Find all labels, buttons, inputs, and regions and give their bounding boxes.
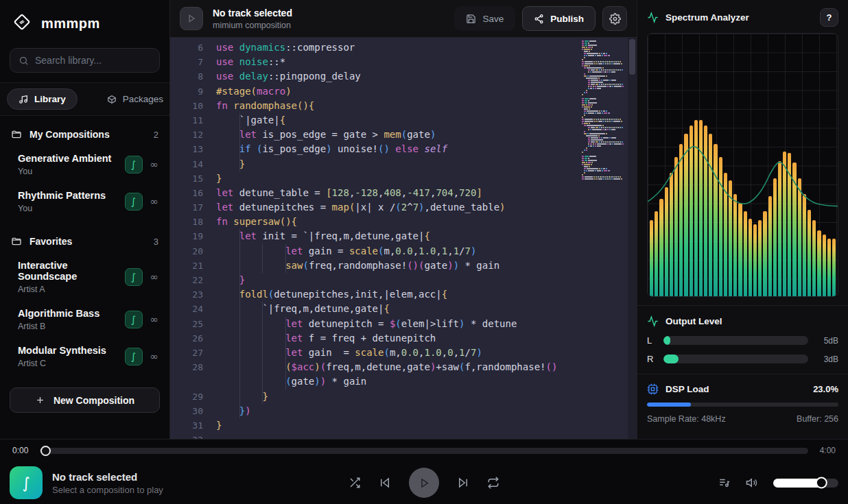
code-line: 30}) bbox=[170, 404, 617, 418]
queue-icon bbox=[718, 477, 731, 489]
composition-item[interactable]: Modular SynthesisArtist C∫∞ bbox=[0, 338, 169, 375]
player-controls-row: ∫ No track selected Select a composition… bbox=[0, 461, 848, 504]
sidebar: mmmpm Library Packages My Compositions2G… bbox=[0, 0, 170, 439]
indent-guide bbox=[285, 374, 286, 389]
track-subtitle: mimium composition bbox=[213, 21, 292, 30]
indent-guide bbox=[239, 259, 240, 273]
sample-rate: Sample Rate: 48kHz bbox=[647, 414, 726, 424]
composition-item[interactable]: Rhythmic PatternsYou∫∞ bbox=[0, 183, 169, 220]
seek-handle[interactable] bbox=[40, 446, 51, 456]
code-line: 12let is_pos_edge = gate > mem(gate) bbox=[170, 128, 617, 142]
analysis-panel: Spectrum Analyzer ? Output Level L5dBR3d… bbox=[637, 0, 848, 439]
repeat-button[interactable] bbox=[487, 477, 499, 489]
code-line: 27let gain = scale(m,0.0,1.0,0,1/7) bbox=[170, 346, 617, 360]
code-line: 28($acc)(freq,m,detune,gate)+saw(f,rando… bbox=[170, 360, 617, 374]
indent-guide bbox=[262, 259, 263, 273]
next-track-button[interactable] bbox=[457, 477, 469, 489]
speaker-icon bbox=[746, 477, 758, 489]
gear-icon bbox=[609, 13, 621, 25]
tab-packages[interactable]: Packages bbox=[95, 88, 170, 110]
play-icon bbox=[419, 477, 430, 489]
dsp-load-value: 23.0% bbox=[813, 384, 838, 394]
code-line: 7use noise::* bbox=[170, 55, 617, 69]
line-number: 30 bbox=[170, 404, 203, 418]
sidebar-sections: My Compositions2Generative AmbientYou∫∞R… bbox=[0, 116, 169, 387]
indent-guide bbox=[239, 157, 240, 171]
code-line: 16let detune_table = [128,-128,408,-417,… bbox=[170, 186, 617, 200]
indent-guide bbox=[239, 229, 240, 243]
search-input[interactable] bbox=[35, 55, 151, 66]
line-number: 16 bbox=[170, 186, 203, 200]
line-number: 31 bbox=[170, 418, 203, 433]
line-number: 29 bbox=[170, 389, 203, 404]
search-icon bbox=[19, 56, 29, 66]
editor-scrollbar-thumb[interactable] bbox=[629, 39, 635, 75]
composition-item[interactable]: Algorithmic BassArtist B∫∞ bbox=[0, 301, 169, 338]
now-playing-tile[interactable]: ∫ bbox=[10, 466, 43, 499]
seek-slider[interactable] bbox=[40, 446, 808, 456]
composition-item[interactable]: Generative AmbientYou∫∞ bbox=[0, 146, 169, 183]
main-area: No track selected mimium composition Sav… bbox=[170, 0, 637, 439]
indent-guide bbox=[285, 331, 286, 346]
composition-info: Interactive SoundscapeArtist A bbox=[18, 260, 125, 294]
previous-track-button[interactable] bbox=[379, 477, 391, 489]
composition-title: Interactive Soundscape bbox=[18, 260, 125, 282]
composition-info: Algorithmic BassArtist B bbox=[18, 308, 125, 331]
shuffle-icon bbox=[349, 477, 361, 489]
indent-guide bbox=[239, 244, 240, 259]
editor-minimap[interactable] bbox=[582, 40, 626, 180]
line-number: 13 bbox=[170, 142, 203, 156]
save-label: Save bbox=[482, 14, 504, 24]
composition-item[interactable]: Interactive SoundscapeArtist A∫∞ bbox=[0, 253, 169, 301]
section-header: Favorites3 bbox=[0, 228, 169, 253]
indent-guide bbox=[262, 374, 263, 389]
dsp-load-fill bbox=[647, 403, 691, 407]
indent-guide bbox=[239, 331, 240, 346]
line-number: 8 bbox=[170, 69, 203, 84]
mimium-badge-icon: ∫ bbox=[125, 156, 143, 173]
new-composition-button[interactable]: New Composition bbox=[10, 387, 160, 413]
editor-scrollbar[interactable] bbox=[628, 38, 637, 439]
play-button[interactable] bbox=[409, 468, 439, 498]
meter-track bbox=[663, 355, 808, 363]
composition-title: Rhythmic Patterns bbox=[18, 190, 125, 201]
publish-button[interactable]: Publish bbox=[522, 6, 596, 31]
line-number: 12 bbox=[170, 128, 203, 142]
seek-track[interactable] bbox=[40, 448, 808, 454]
indent-guide bbox=[285, 259, 286, 273]
mimium-badge-icon: ∫ bbox=[125, 348, 143, 365]
level-meter-row: R3dB bbox=[647, 354, 838, 364]
settings-button[interactable] bbox=[602, 6, 627, 31]
composition-title: Modular Synthesis bbox=[18, 345, 125, 356]
volume-button[interactable] bbox=[746, 477, 758, 489]
save-button[interactable]: Save bbox=[454, 6, 515, 31]
help-button[interactable]: ? bbox=[820, 8, 838, 27]
code-line: (gate)) * gain bbox=[170, 374, 617, 389]
line-number: 7 bbox=[170, 55, 203, 69]
line-number: 10 bbox=[170, 99, 203, 113]
composition-artist: You bbox=[18, 204, 125, 213]
output-level-section: Output Level L5dBR3dB bbox=[637, 306, 848, 374]
composition-artist: Artist B bbox=[18, 322, 125, 331]
app-window: mmmpm Library Packages My Compositions2G… bbox=[0, 0, 848, 504]
line-number: 23 bbox=[170, 287, 203, 302]
now-playing-subtitle: Select a composition to play bbox=[52, 485, 163, 495]
line-number: 15 bbox=[170, 171, 203, 186]
queue-button[interactable] bbox=[718, 477, 731, 489]
code-line: 22} bbox=[170, 273, 617, 287]
track-title: No track selected bbox=[213, 8, 292, 19]
indent-guide bbox=[285, 244, 286, 259]
line-number: 18 bbox=[170, 215, 203, 229]
output-level-header: Output Level bbox=[647, 315, 838, 327]
volume-handle[interactable] bbox=[816, 477, 827, 489]
header-play-button[interactable] bbox=[180, 7, 203, 30]
shuffle-button[interactable] bbox=[349, 477, 361, 489]
spectrum-section: Spectrum Analyzer ? bbox=[637, 0, 848, 306]
spectrum-curve bbox=[648, 34, 838, 296]
skip-back-icon bbox=[379, 477, 391, 489]
mimium-badge-icon: ∫ bbox=[125, 311, 143, 328]
volume-slider[interactable] bbox=[773, 479, 838, 488]
tab-library[interactable]: Library bbox=[7, 88, 78, 110]
section-title: My Compositions bbox=[30, 129, 110, 140]
code-editor[interactable]: 6use dynamics::compressor7use noise::*8u… bbox=[170, 38, 637, 439]
